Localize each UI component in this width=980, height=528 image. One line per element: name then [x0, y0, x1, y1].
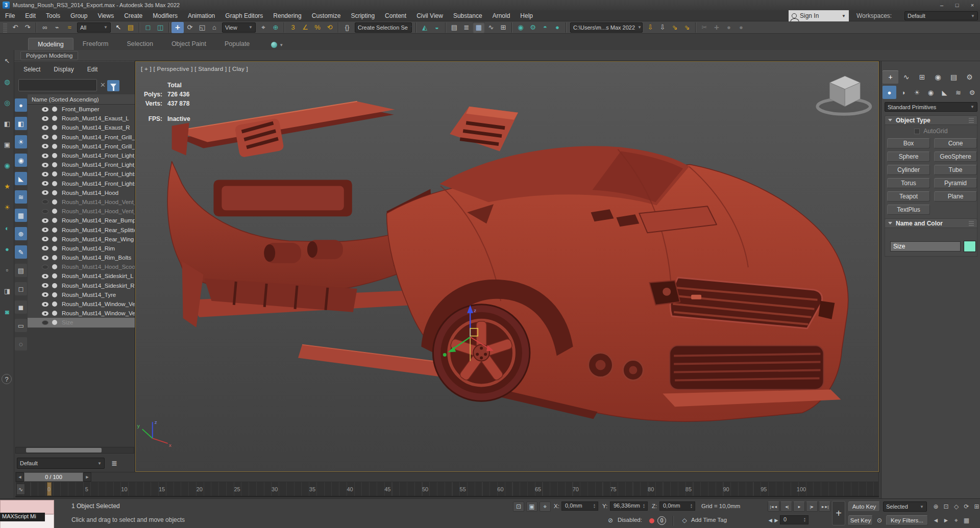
- scene-object-row[interactable]: Roush_Must14_Hood_Vent_R: [28, 207, 135, 216]
- track-icon[interactable]: ⌖: [951, 515, 961, 525]
- io-icon-1[interactable]: ⇩: [644, 22, 656, 33]
- visibility-eye-icon[interactable]: [42, 256, 48, 260]
- menu-create[interactable]: Create: [119, 10, 148, 21]
- y-coordinate-field[interactable]: 96,336mm▲▼: [610, 501, 648, 511]
- autogrid-checkbox[interactable]: [914, 129, 920, 134]
- object-name-field[interactable]: [890, 241, 961, 252]
- frame-tick-45[interactable]: 45: [384, 486, 390, 492]
- minimize-button[interactable]: –: [934, 0, 949, 10]
- plane-tool-icon[interactable]: ▣: [2, 139, 13, 150]
- frame-tick-50[interactable]: 50: [422, 486, 428, 492]
- frame-tick-0[interactable]: 0: [47, 486, 51, 492]
- help-icon[interactable]: ?: [2, 374, 12, 384]
- ribbon-tab-freeform[interactable]: Freeform: [74, 38, 118, 50]
- scene-object-row[interactable]: Roush_Must14_Hood_Vent_L: [28, 197, 135, 207]
- add-time-tag[interactable]: Add Time Tag: [691, 517, 727, 523]
- rendered-frame-icon[interactable]: ◓: [539, 22, 551, 33]
- align-icon[interactable]: ◒: [431, 22, 443, 33]
- visibility-eye-icon[interactable]: [42, 107, 48, 112]
- next-key-icon[interactable]: ►: [941, 515, 951, 525]
- visibility-eye-icon[interactable]: [42, 302, 48, 307]
- visibility-eye-icon[interactable]: [42, 320, 48, 325]
- frame-tick-70[interactable]: 70: [573, 486, 579, 492]
- disabled-count-badge[interactable]: 0: [657, 516, 666, 525]
- scene-object-row[interactable]: Roush_Must14_Hood_Scoop: [28, 262, 135, 271]
- category-lights[interactable]: ☀: [910, 86, 924, 99]
- menu-civil-view[interactable]: Civil View: [411, 10, 448, 21]
- menu-help[interactable]: Help: [515, 10, 538, 21]
- tab-motion[interactable]: ◉: [930, 70, 946, 84]
- scene-object-row[interactable]: Roush_Must14_Front_Grill_bot: [28, 133, 135, 142]
- visibility-eye-icon[interactable]: [42, 311, 48, 316]
- disabled-tool-icon-4[interactable]: ●: [735, 22, 747, 33]
- maximize-viewport-icon[interactable]: ⊞: [972, 501, 980, 512]
- curve-editor-icon[interactable]: ∿: [485, 22, 497, 33]
- frame-tick-90[interactable]: 90: [723, 486, 729, 492]
- sign-in-button[interactable]: Sign In ▼: [789, 10, 849, 21]
- select-and-move-icon[interactable]: +: [172, 22, 184, 33]
- display-containers-icon[interactable]: ▤: [15, 264, 27, 277]
- select-by-name-icon[interactable]: ▤: [125, 22, 137, 33]
- primitive-button-tube[interactable]: Tube: [934, 165, 977, 175]
- ribbon-tab-object-paint[interactable]: Object Paint: [162, 38, 215, 50]
- primitive-button-pyramid[interactable]: Pyramid: [934, 178, 977, 188]
- scrollbar-thumb[interactable]: [26, 448, 102, 452]
- display-materials-icon[interactable]: ▭: [15, 319, 27, 332]
- visibility-eye-icon[interactable]: [42, 237, 48, 241]
- perspective-viewport[interactable]: z z x y [ + ] [ Perspective ] [ Standard…: [135, 61, 879, 472]
- spinner-icon[interactable]: ▲▼: [802, 516, 807, 524]
- name-color-rollout-header[interactable]: Name and Color: [885, 218, 977, 228]
- visibility-eye-icon[interactable]: [42, 265, 48, 269]
- scene-object-row[interactable]: Size: [28, 318, 135, 327]
- primitive-button-teapot[interactable]: Teapot: [887, 191, 930, 202]
- cylinder-tool-icon[interactable]: ◎: [2, 97, 13, 108]
- display-cameras-icon[interactable]: ◉: [15, 154, 27, 167]
- visibility-eye-icon[interactable]: [42, 199, 48, 204]
- previous-frame-button[interactable]: ◄|: [780, 501, 792, 512]
- system-tool-icon[interactable]: ◙: [2, 306, 13, 317]
- camera-tool-icon[interactable]: ◉: [2, 160, 13, 171]
- display-spacewarps-icon[interactable]: ≋: [15, 190, 27, 204]
- use-pivot-center-icon[interactable]: ⌖: [257, 22, 270, 33]
- scene-object-row[interactable]: Roush_Must14_Exaust_R: [28, 123, 135, 132]
- rectangular-selection-icon[interactable]: ◻: [142, 22, 154, 33]
- explorer-menu-edit[interactable]: Edit: [87, 66, 98, 73]
- pan-icon[interactable]: ◇: [951, 501, 961, 512]
- z-coordinate-field[interactable]: 0,0mm▲▼: [659, 501, 695, 511]
- percent-snap-icon[interactable]: %: [311, 22, 324, 33]
- polygon-modeling-panel[interactable]: Polygon Modeling: [20, 51, 78, 60]
- spinner-icon[interactable]: ▲▼: [592, 502, 597, 510]
- display-helpers-icon[interactable]: ◣: [15, 172, 27, 185]
- frame-tick-95[interactable]: 95: [761, 486, 767, 492]
- scene-object-row[interactable]: Roush_Must14_Rim: [28, 244, 135, 253]
- box-tool-icon[interactable]: ◧: [2, 118, 13, 129]
- maximize-button[interactable]: □: [949, 0, 965, 10]
- tab-hierarchy[interactable]: ⊞: [914, 70, 930, 84]
- zoom-icon[interactable]: ⊕: [931, 501, 941, 512]
- frame-tick-40[interactable]: 40: [347, 486, 353, 492]
- frame-tick-100[interactable]: 100: [797, 486, 806, 492]
- redo-icon[interactable]: ↷: [21, 22, 34, 33]
- mini-curve-editor-button[interactable]: ∿: [16, 484, 25, 495]
- scene-object-row[interactable]: Roush_Must14_Tyre: [28, 290, 135, 299]
- display-misc-icon[interactable]: ◌: [15, 337, 27, 350]
- scene-object-row[interactable]: Roush_Must14_Window_Vent_: [28, 299, 135, 309]
- selection-lock-icon[interactable]: ▣: [526, 501, 537, 512]
- scene-object-row[interactable]: Roush_Must14_Rear_Splitter: [28, 225, 135, 234]
- explorer-column-header[interactable]: Name (Sorted Ascending): [28, 94, 135, 105]
- frame-tick-55[interactable]: 55: [460, 486, 466, 492]
- visibility-eye-icon[interactable]: [42, 116, 48, 121]
- previous-frame-arrow[interactable]: ◄: [16, 472, 24, 482]
- category-geometry[interactable]: ●: [883, 86, 896, 99]
- viewport-label[interactable]: [ + ] [ Perspective ] [ Standard ] [ Cla…: [141, 66, 248, 72]
- category-shapes[interactable]: ◑: [896, 86, 910, 99]
- scene-object-row[interactable]: Front_Bumper: [28, 105, 135, 114]
- angle-snap-icon[interactable]: ∠: [299, 22, 311, 33]
- ribbon-toggle-icon[interactable]: ▦: [473, 22, 485, 33]
- selection-filter-dropdown[interactable]: All▼: [77, 22, 111, 33]
- frame-tick-85[interactable]: 85: [685, 486, 692, 492]
- select-object-icon[interactable]: ↖: [112, 22, 125, 33]
- visibility-eye-icon[interactable]: [42, 181, 48, 186]
- primitive-button-textplus[interactable]: TextPlus: [887, 205, 930, 215]
- select-tool-icon[interactable]: ↖: [2, 55, 13, 66]
